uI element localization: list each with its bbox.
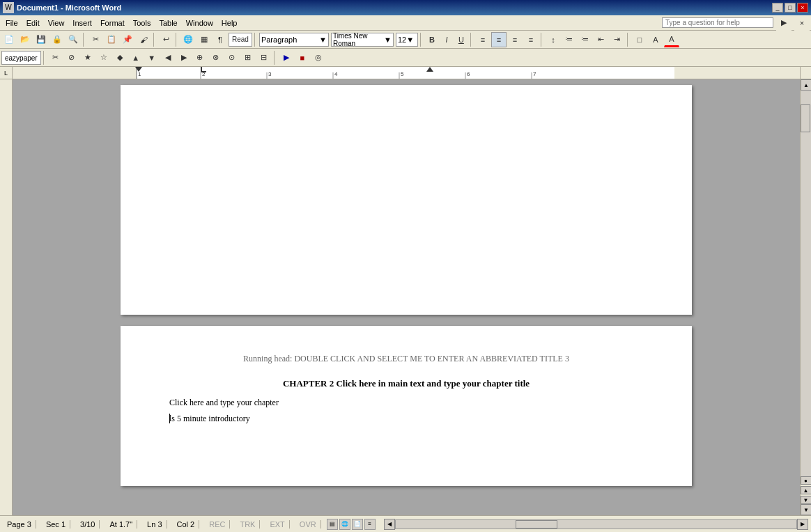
paragraph-style-dropdown[interactable]: Paragraph ▼ <box>259 33 329 47</box>
scroll-right-button[interactable]: ▶ <box>797 519 808 530</box>
custom-btn-4[interactable]: ☆ <box>96 50 111 65</box>
show-hide-button[interactable]: ¶ <box>213 32 228 47</box>
hyperlink-button[interactable]: 🌐 <box>180 32 196 47</box>
menu-help[interactable]: Help <box>217 17 242 29</box>
undo-button[interactable]: ↩ <box>158 32 173 47</box>
indent-marker-top[interactable] <box>135 67 142 72</box>
underline-button[interactable]: U <box>454 33 468 47</box>
menu-table[interactable]: Table <box>155 17 181 29</box>
italic-button[interactable]: I <box>440 33 454 47</box>
custom-btn-5[interactable]: ◆ <box>112 50 128 65</box>
custom-btn-10[interactable]: ⊕ <box>192 50 208 65</box>
view-web-button[interactable]: 🌐 <box>339 519 350 530</box>
copy-button[interactable]: 📋 <box>104 32 119 47</box>
custom-btn-12[interactable]: ⊙ <box>224 50 240 65</box>
close-help-button[interactable]: × <box>794 15 810 31</box>
menu-view[interactable]: View <box>44 17 69 29</box>
open-button[interactable]: 📂 <box>17 32 33 47</box>
align-right-button[interactable]: ≡ <box>507 32 523 47</box>
font-color-button[interactable]: A <box>664 32 679 47</box>
title-bar: W Document1 - Microsoft Word _ □ × <box>0 0 811 15</box>
horizontal-scrollbar[interactable]: ◀ ▶ <box>384 519 808 530</box>
view-outline-button[interactable]: ≡ <box>364 519 376 530</box>
align-left-button[interactable]: ≡ <box>475 32 491 47</box>
custom-btn-7[interactable]: ▼ <box>144 50 160 65</box>
font-size-dropdown[interactable]: 12 ▼ <box>396 33 418 47</box>
bullets-button[interactable]: ≔ <box>562 32 577 47</box>
custom-btn-6[interactable]: ▲ <box>128 50 144 65</box>
running-head[interactable]: Running head: DOUBLE CLICK AND SELECT ME… <box>169 354 643 364</box>
outside-border-button[interactable]: □ <box>632 32 647 47</box>
svg-text:4: 4 <box>334 71 338 77</box>
save-button[interactable]: 💾 <box>33 32 49 47</box>
scroll-left-button[interactable]: ◀ <box>384 519 395 530</box>
increase-indent-button[interactable]: ⇥ <box>610 32 625 47</box>
custom-btn-9[interactable]: ▶ <box>176 50 192 65</box>
page-area[interactable]: Running head: DOUBLE CLICK AND SELECT ME… <box>13 79 800 515</box>
h-scrollbar-track[interactable] <box>395 519 797 529</box>
line-spacing-button[interactable]: ↕ <box>546 32 561 47</box>
macro-btn-3[interactable]: ◎ <box>311 50 326 65</box>
help-search-button[interactable]: ▶ <box>776 15 791 31</box>
justify-button[interactable]: ≡ <box>523 32 539 47</box>
next-page-button[interactable]: ▼ <box>801 496 812 504</box>
new-button[interactable]: 📄 <box>1 32 17 47</box>
custom-btn-3[interactable]: ★ <box>80 50 95 65</box>
menu-window[interactable]: Window <box>182 17 217 29</box>
menu-file[interactable]: File <box>1 17 22 29</box>
format-painter-button[interactable]: 🖌 <box>136 32 151 47</box>
table-button[interactable]: ▦ <box>196 32 212 47</box>
status-page: Page 3 <box>3 520 36 529</box>
prev-page-button[interactable]: ▲ <box>801 486 812 494</box>
chapter-body-line-1[interactable]: Click here and type your chapter <box>169 398 643 408</box>
help-input[interactable] <box>662 17 773 28</box>
menu-format[interactable]: Format <box>96 17 129 29</box>
custom-btn-8[interactable]: ◀ <box>160 50 176 65</box>
window-title: Document1 - Microsoft Word <box>17 3 121 12</box>
view-print-button[interactable]: 📄 <box>352 519 363 530</box>
eazypaper-label[interactable]: eazypaper <box>1 51 41 65</box>
scroll-extra-controls: ● ▲ ▼ <box>801 476 811 504</box>
custom-btn-2[interactable]: ⊘ <box>64 50 79 65</box>
paste-button[interactable]: 📌 <box>120 32 135 47</box>
menu-tools[interactable]: Tools <box>129 17 155 29</box>
custom-btn-11[interactable]: ⊗ <box>208 50 224 65</box>
font-name-dropdown[interactable]: Times New Roman ▼ <box>331 33 394 47</box>
window-controls[interactable]: _ □ × <box>772 3 808 13</box>
macro-btn-2[interactable]: ■ <box>295 50 310 65</box>
main-area: Running head: DOUBLE CLICK AND SELECT ME… <box>0 79 811 515</box>
separator-3 <box>176 33 178 47</box>
page-3-content[interactable]: Running head: DOUBLE CLICK AND SELECT ME… <box>121 326 692 479</box>
chapter-body-line-2[interactable]: ls 5 minute introductory <box>169 414 643 424</box>
decrease-indent-button[interactable]: ⇤ <box>594 32 609 47</box>
maximize-button[interactable]: □ <box>785 3 796 13</box>
tab-stop <box>201 67 206 72</box>
view-normal-button[interactable]: ▤ <box>327 519 338 530</box>
right-scrollbar[interactable]: ▲ ● ▲ ▼ ▼ <box>800 79 811 515</box>
read-button[interactable]: Read <box>229 33 252 47</box>
close-button[interactable]: × <box>797 3 808 13</box>
indent-marker-right[interactable] <box>426 67 433 72</box>
permission-button[interactable]: 🔒 <box>49 32 65 47</box>
h-scrollbar-thumb[interactable] <box>516 520 557 529</box>
custom-btn-13[interactable]: ⊞ <box>240 50 256 65</box>
scroll-up-button[interactable]: ▲ <box>801 79 811 91</box>
chapter-title[interactable]: CHAPTER 2 Click here in main text and ty… <box>169 378 643 389</box>
print-preview-button[interactable]: 🔍 <box>65 32 81 47</box>
menu-insert[interactable]: Insert <box>68 17 96 29</box>
highlight-button[interactable]: A <box>648 32 663 47</box>
cut-button[interactable]: ✂ <box>88 32 103 47</box>
bold-button[interactable]: B <box>425 33 439 47</box>
menu-edit[interactable]: Edit <box>22 17 44 29</box>
macro-btn-1[interactable]: ▶ <box>279 50 294 65</box>
numbering-button[interactable]: ≔ <box>578 32 593 47</box>
select-browse-button[interactable]: ● <box>801 476 812 485</box>
scrollbar-thumb[interactable] <box>801 104 810 132</box>
align-center-button[interactable]: ≡ <box>491 32 507 47</box>
minimize-button[interactable]: _ <box>772 3 783 13</box>
scrollbar-track[interactable] <box>801 91 811 476</box>
custom-btn-1[interactable]: ✂ <box>48 50 63 65</box>
scroll-down-button[interactable]: ▼ <box>801 504 811 515</box>
custom-btn-14[interactable]: ⊟ <box>256 50 272 65</box>
separator-5 <box>420 33 423 47</box>
